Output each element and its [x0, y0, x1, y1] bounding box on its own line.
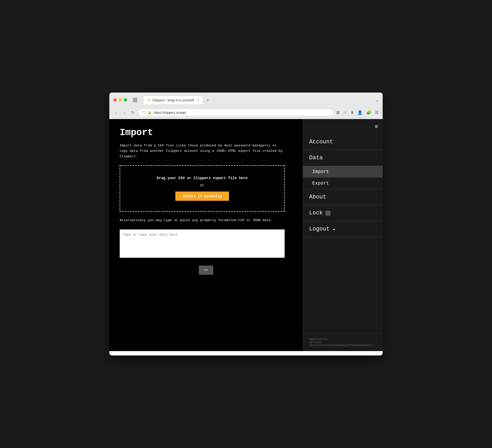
tab-favicon: ★ [147, 98, 150, 102]
sidebar-item-logout[interactable]: Logout ⇥ [303, 221, 383, 237]
tab-title: Clipperz - keep it to yourself [152, 98, 194, 102]
tab-bar: ★ Clipperz - keep it to yourself ✕ + [143, 96, 372, 104]
footer-version-value: eb45334efecb66202898a216fb02800008a1d... [309, 344, 377, 347]
address-text: https://clipperz.is/app/ [154, 111, 186, 114]
sidebar: ≡ Account Data Import Export About Lock [303, 119, 383, 351]
bookmark-icon[interactable]: ☆ [343, 110, 347, 115]
sidebar-item-import[interactable]: Import [303, 166, 383, 178]
sidebar-item-data-label: Data [309, 155, 323, 161]
sidebar-item-import-label: Import [312, 169, 329, 174]
tab-dropdown-icon[interactable]: ⌄ [375, 98, 379, 102]
sidebar-item-lock[interactable]: Lock [303, 205, 383, 221]
close-button[interactable] [113, 98, 117, 102]
maximize-button[interactable] [124, 98, 127, 102]
app-content: Import Import data from a CSV file (like… [109, 119, 383, 351]
drop-zone-or: or [125, 183, 279, 187]
menu-icon[interactable]: ☰ [375, 110, 379, 115]
drop-zone[interactable]: Drag your CSV or Clipperz export file he… [120, 165, 285, 212]
main-panel: Import Import data from a CSV file (like… [109, 119, 303, 351]
sidebar-item-account-label: Account [309, 139, 333, 145]
profile-icon[interactable]: 👤 [357, 110, 363, 115]
browser-chrome: ★ Clipperz - keep it to yourself ✕ + ⌄ ‹… [109, 93, 383, 119]
active-tab[interactable]: ★ Clipperz - keep it to yourself ✕ [143, 96, 203, 104]
tab-close-icon[interactable]: ✕ [197, 98, 199, 102]
sidebar-item-about[interactable]: About [303, 189, 383, 205]
sidebar-item-data[interactable]: Data [303, 150, 383, 166]
alt-description: Alternatively you may type or paste any … [120, 218, 285, 223]
sidebar-item-account[interactable]: Account [303, 134, 383, 150]
hamburger-icon: ≡ [375, 123, 378, 130]
sidebar-item-export-label: Export [312, 181, 329, 186]
download-icon[interactable]: ⬇ [350, 110, 354, 115]
sidebar-item-export[interactable]: Export [303, 178, 383, 189]
page-title: Import [120, 127, 292, 138]
next-button[interactable]: >> [199, 266, 214, 275]
footer-version: version: eb45334efecb66202898a216fb02800… [309, 341, 376, 347]
sidebar-item-logout-label: Logout [309, 226, 330, 232]
drop-zone-text: Drag your CSV or Clipperz export file he… [125, 176, 279, 180]
traffic-lights [113, 98, 127, 102]
toolbar-icons: ⊞ ☆ ⬇ 👤 🧩 ☰ [336, 110, 379, 115]
footer-app-label: application [309, 338, 376, 341]
sidebar-menu-button[interactable]: ≡ [303, 119, 383, 134]
data-input[interactable] [120, 229, 285, 258]
forward-button[interactable]: › [122, 110, 127, 115]
new-tab-button[interactable]: + [204, 97, 211, 104]
grid-icon[interactable]: ⊞ [336, 110, 340, 115]
address-bar-row: ‹ › ↻ 🛡 🔒 https://clipperz.is/app/ ⊞ ☆ ⬇… [113, 107, 379, 119]
shield-icon: 🛡 [142, 111, 145, 114]
sidebar-item-about-label: About [309, 194, 326, 200]
browser-window: ★ Clipperz - keep it to yourself ✕ + ⌄ ‹… [109, 93, 383, 355]
page-description: Import data from a CSV file (like those … [120, 143, 285, 159]
sidebar-item-lock-label: Lock [309, 210, 323, 216]
lock-icon: 🔒 [147, 111, 152, 114]
sidebar-footer: application version: eb45334efecb6620289… [303, 333, 383, 351]
back-button[interactable]: ‹ [113, 110, 119, 115]
reload-button[interactable]: ↻ [130, 110, 136, 115]
logout-icon: ⇥ [332, 226, 335, 232]
extensions-icon[interactable]: 🧩 [366, 110, 371, 115]
footer-version-label: version: [309, 341, 323, 344]
lock-shield-icon [325, 211, 331, 216]
select-file-button[interactable]: select it manually [175, 192, 229, 201]
minimize-button[interactable] [119, 98, 122, 102]
address-bar[interactable]: 🛡 🔒 https://clipperz.is/app/ [138, 109, 334, 116]
window-icon [133, 98, 137, 102]
